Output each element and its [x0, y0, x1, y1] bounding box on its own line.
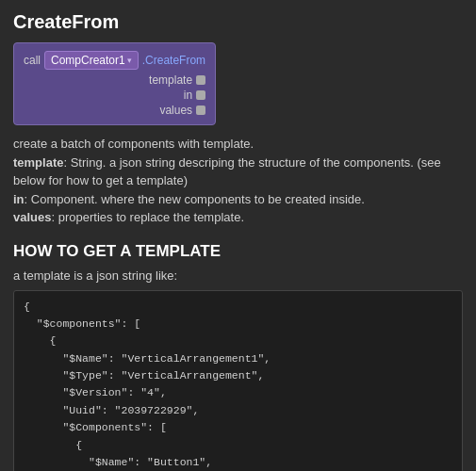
param-template-name: template	[13, 155, 63, 170]
code-line-9: "$Name": "Button1",	[24, 454, 452, 471]
code-line-2: {	[24, 333, 452, 349]
code-line-4: "$Type": "VerticalArrangement",	[24, 367, 452, 384]
param-row-in: in	[24, 89, 205, 102]
param-row-values: values	[24, 104, 205, 117]
block-component[interactable]: CompCreator1 ▾	[44, 51, 139, 70]
param-in-desc: : Component. where the new components to…	[25, 192, 365, 206]
description-params: template: String. a json string descripi…	[13, 154, 463, 227]
code-line-3: "$Name": "VerticalArrangement1",	[24, 350, 452, 367]
section-title: HOW TO GET A TEMPLATE	[13, 242, 463, 261]
template-intro: a template is a json string like:	[13, 268, 463, 283]
param-in-name: in	[13, 192, 25, 206]
code-line-5: "$Version": "4",	[24, 384, 452, 401]
param-row-template: template	[24, 73, 205, 87]
block-diagram: call CompCreator1 ▾ .CreateFrom template…	[13, 42, 216, 125]
block-keyword: call	[24, 54, 41, 67]
code-block: { "$components": [ { "$Name": "VerticalA…	[13, 290, 463, 472]
param-label-values: values	[159, 104, 196, 117]
param-socket-in	[196, 90, 205, 100]
param-socket-values	[196, 106, 205, 115]
param-label-in: in	[184, 89, 196, 102]
description-section: create a batch of components with templa…	[13, 135, 463, 227]
param-template-desc: : String. a json string descriping the s…	[13, 155, 441, 188]
dropdown-arrow-icon[interactable]: ▾	[127, 56, 132, 65]
param-values-name: values	[13, 210, 51, 224]
code-line-6: "Uuid": "2039722929",	[24, 402, 452, 419]
code-line-1: "$components": [	[24, 316, 452, 333]
description-intro: create a batch of components with templa…	[13, 135, 463, 154]
page-title: CreateFrom	[13, 11, 463, 33]
component-label: CompCreator1	[51, 54, 125, 67]
block-method: .CreateFrom	[142, 54, 205, 67]
code-line-8: {	[24, 437, 452, 454]
code-line-0: {	[24, 299, 452, 316]
param-label-template: template	[149, 73, 196, 87]
code-line-7: "$Components": [	[24, 419, 452, 436]
param-socket-template	[196, 75, 205, 85]
param-values-desc: : properties to replace the template.	[51, 210, 244, 224]
block-params: template in values	[24, 73, 205, 117]
